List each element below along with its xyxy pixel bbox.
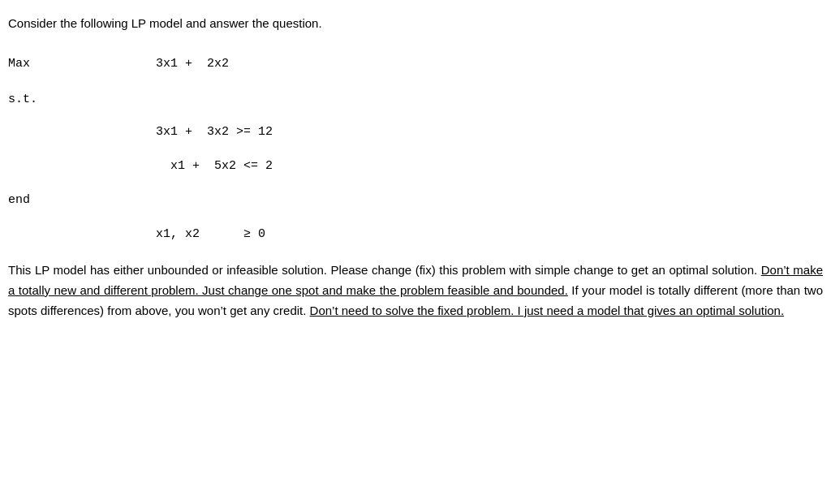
nonnegativity-row: x1, x2 ≥ 0 bbox=[8, 225, 823, 244]
constraint1-row: 3x1 + 3x2 >= 12 bbox=[8, 123, 823, 142]
st-keyword: s.t. bbox=[8, 90, 97, 110]
description-part1: This LP model has either unbounded or in… bbox=[8, 263, 757, 277]
constraint1-expr: 3x1 + 3x2 >= 12 bbox=[97, 125, 273, 139]
description-text: This LP model has either unbounded or in… bbox=[8, 261, 823, 321]
description-underline2: Don’t need to solve the fixed problem. I… bbox=[310, 304, 785, 317]
lp-model: Max 3x1 + 2x2 s.t. 3x1 + 3x2 >= 12 x1 + … bbox=[8, 54, 823, 244]
nonnegativity-expr: x1, x2 ≥ 0 bbox=[97, 227, 265, 241]
st-row: s.t. bbox=[8, 90, 823, 110]
end-row: end bbox=[8, 191, 823, 210]
objective-keyword: Max bbox=[8, 54, 97, 74]
constraint2-row: x1 + 5x2 <= 2 bbox=[8, 157, 823, 176]
objective-expr: 3x1 + 2x2 bbox=[97, 54, 229, 74]
end-keyword: end bbox=[8, 191, 97, 210]
intro-text: Consider the following LP model and answ… bbox=[8, 16, 823, 30]
objective-row: Max 3x1 + 2x2 bbox=[8, 54, 823, 74]
constraint2-expr: x1 + 5x2 <= 2 bbox=[97, 159, 273, 173]
